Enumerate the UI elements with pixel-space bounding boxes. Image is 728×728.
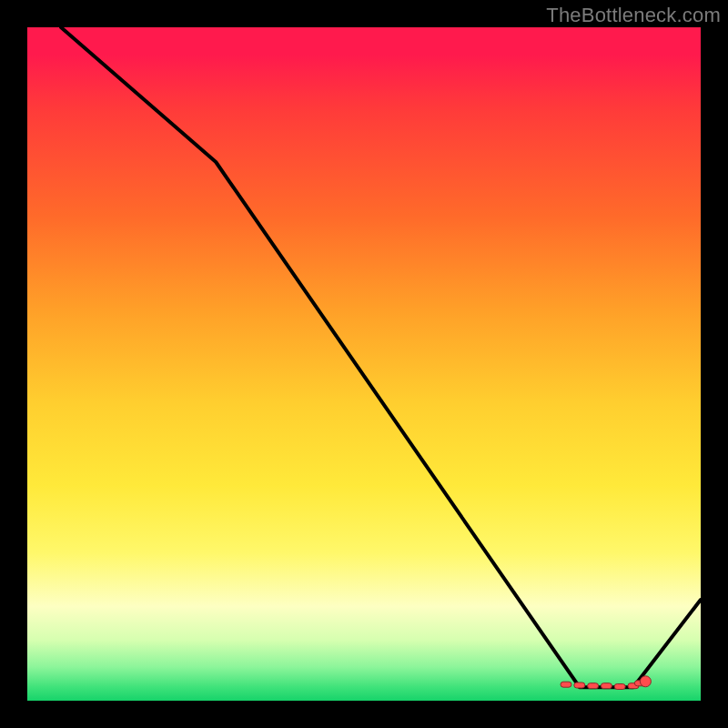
chart-marker: [574, 682, 585, 688]
chart-marker-end: [640, 676, 651, 687]
chart-marker: [561, 682, 571, 687]
chart-marker: [614, 684, 625, 690]
chart-frame: TheBottleneck.com: [0, 0, 728, 728]
chart-marker: [588, 683, 599, 689]
chart-overlay: [27, 27, 701, 701]
chart-marker: [601, 683, 612, 689]
watermark-text: TheBottleneck.com: [546, 4, 721, 27]
chart-series-line: [61, 27, 701, 687]
